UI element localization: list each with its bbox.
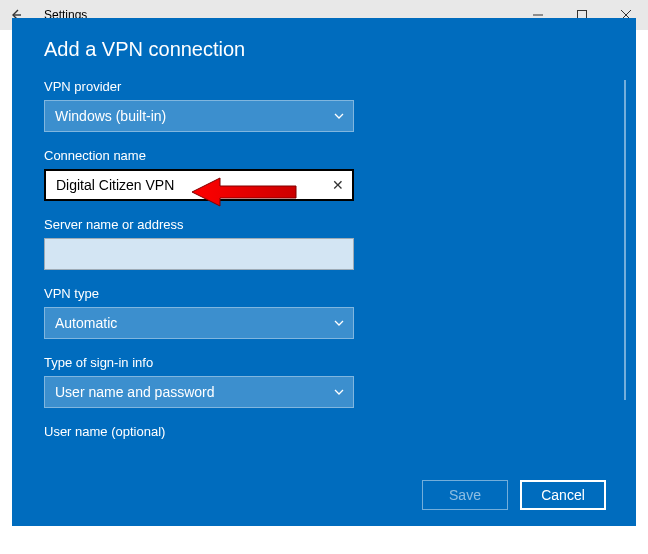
label-vpn-provider: VPN provider xyxy=(44,79,596,94)
select-vpn-type[interactable]: Automatic xyxy=(44,307,354,339)
vpn-dialog: Add a VPN connection VPN provider Window… xyxy=(12,18,636,526)
select-signin[interactable]: User name and password xyxy=(44,376,354,408)
label-vpn-type: VPN type xyxy=(44,286,596,301)
input-server[interactable] xyxy=(45,246,353,262)
scrollbar-thumb[interactable] xyxy=(624,80,626,400)
chevron-down-icon xyxy=(333,110,345,122)
label-signin: Type of sign-in info xyxy=(44,355,596,370)
field-vpn-type: VPN type Automatic xyxy=(44,286,596,339)
label-username: User name (optional) xyxy=(44,424,596,439)
label-server: Server name or address xyxy=(44,217,596,232)
input-connection-name-wrap[interactable]: ✕ xyxy=(44,169,354,201)
clear-input-button[interactable]: ✕ xyxy=(324,177,352,193)
select-vpn-provider[interactable]: Windows (built-in) xyxy=(44,100,354,132)
chevron-down-icon xyxy=(333,386,345,398)
field-connection-name: Connection name ✕ xyxy=(44,148,596,201)
field-server: Server name or address xyxy=(44,217,596,270)
input-server-wrap[interactable] xyxy=(44,238,354,270)
field-username: User name (optional) xyxy=(44,424,596,439)
save-button[interactable]: Save xyxy=(422,480,508,510)
dialog-title: Add a VPN connection xyxy=(44,38,596,61)
chevron-down-icon xyxy=(333,317,345,329)
field-vpn-provider: VPN provider Windows (built-in) xyxy=(44,79,596,132)
select-vpn-provider-value: Windows (built-in) xyxy=(55,108,166,124)
cancel-button[interactable]: Cancel xyxy=(520,480,606,510)
select-vpn-type-value: Automatic xyxy=(55,315,117,331)
field-signin: Type of sign-in info User name and passw… xyxy=(44,355,596,408)
select-signin-value: User name and password xyxy=(55,384,215,400)
input-connection-name[interactable] xyxy=(46,177,324,193)
label-connection-name: Connection name xyxy=(44,148,596,163)
